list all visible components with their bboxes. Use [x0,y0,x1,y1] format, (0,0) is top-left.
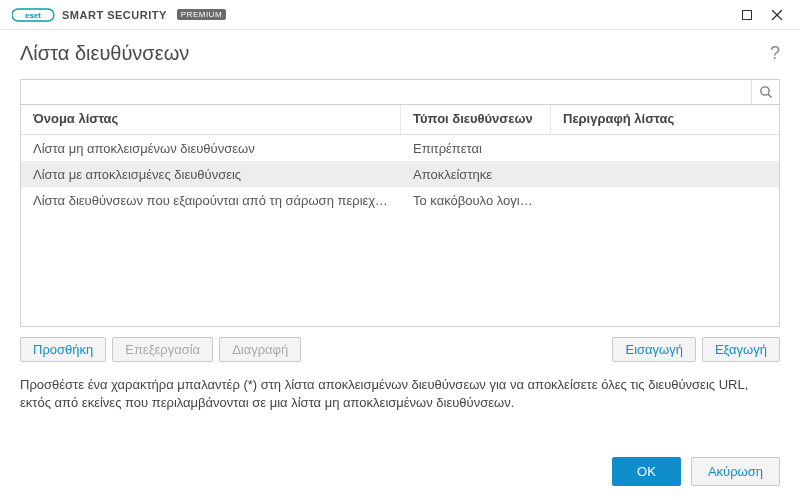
search-button[interactable] [751,80,779,104]
cell-desc [551,196,779,204]
cell-type: Το κακόβουλο λογισμικό ... [401,189,551,212]
column-header-name[interactable]: Όνομα λίστας [21,105,401,134]
svg-line-6 [768,94,771,97]
column-header-desc[interactable]: Περιγραφή λίστας [551,105,779,134]
address-list-table: Όνομα λίστας Τύποι διευθύνσεων Περιγραφή… [20,105,780,327]
edit-button[interactable]: Επεξεργασία [112,337,213,362]
search-bar [20,79,780,105]
svg-text:eset: eset [25,11,41,20]
cell-name: Λίστα μη αποκλεισμένων διευθύνσεων [21,137,401,160]
hint-text: Προσθέστε ένα χαρακτήρα μπαλαντέρ (*) στ… [0,362,800,412]
header: Λίστα διευθύνσεων ? [20,42,780,65]
maximize-button[interactable] [732,0,762,30]
search-icon [759,85,773,99]
ok-button[interactable]: OK [612,457,681,486]
window-controls [732,0,792,30]
export-button[interactable]: Εξαγωγή [702,337,780,362]
footer: OK Ακύρωση [612,457,780,486]
cell-name: Λίστα με αποκλεισμένες διευθύνσεις [21,163,401,186]
svg-rect-2 [743,10,752,19]
table-body: Λίστα μη αποκλεισμένων διευθύνσεωνΕπιτρέ… [21,135,779,213]
cancel-button[interactable]: Ακύρωση [691,457,780,486]
cell-type: Επιτρέπεται [401,137,551,160]
page-title: Λίστα διευθύνσεων [20,42,189,65]
svg-point-5 [760,87,768,95]
toolbar-left: Προσθήκη Επεξεργασία Διαγραφή [20,337,301,362]
toolbar-right: Εισαγωγή Εξαγωγή [612,337,780,362]
cell-type: Αποκλείστηκε [401,163,551,186]
cell-desc [551,144,779,152]
toolbar: Προσθήκη Επεξεργασία Διαγραφή Εισαγωγή Ε… [20,337,780,362]
close-button[interactable] [762,0,792,30]
table-row[interactable]: Λίστα μη αποκλεισμένων διευθύνσεωνΕπιτρέ… [21,135,779,161]
help-icon[interactable]: ? [770,43,780,64]
titlebar: eset SMART SECURITY PREMIUM [0,0,800,30]
table-row[interactable]: Λίστα με αποκλεισμένες διευθύνσειςΑποκλε… [21,161,779,187]
eset-logo-icon: eset [12,8,56,22]
brand-text: SMART SECURITY [62,9,167,21]
cell-name: Λίστα διευθύνσεων που εξαιρούνται από τη… [21,189,401,212]
search-input[interactable] [21,80,751,104]
brand: eset SMART SECURITY PREMIUM [12,8,226,22]
add-button[interactable]: Προσθήκη [20,337,106,362]
table-row[interactable]: Λίστα διευθύνσεων που εξαιρούνται από τη… [21,187,779,213]
delete-button[interactable]: Διαγραφή [219,337,301,362]
content: Λίστα διευθύνσεων ? Όνομα λίστας Τύποι δ… [0,30,800,362]
import-button[interactable]: Εισαγωγή [612,337,695,362]
cell-desc [551,170,779,178]
column-header-type[interactable]: Τύποι διευθύνσεων [401,105,551,134]
brand-badge: PREMIUM [177,9,226,20]
table-header: Όνομα λίστας Τύποι διευθύνσεων Περιγραφή… [21,105,779,135]
